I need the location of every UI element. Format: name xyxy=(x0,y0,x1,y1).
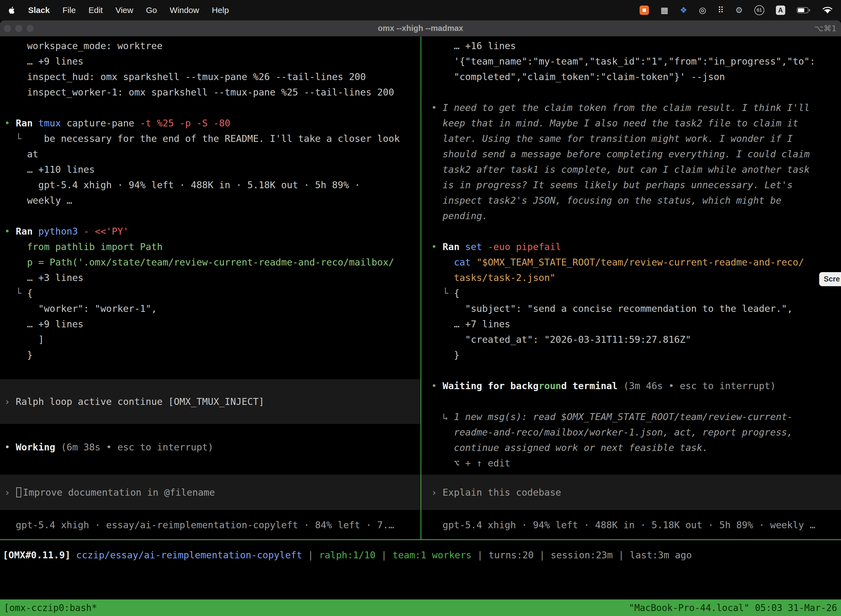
text-segment: … +9 lines xyxy=(4,318,84,330)
input-source-icon[interactable]: A xyxy=(776,6,785,15)
text-segment: • xyxy=(4,441,16,453)
terminal-line: • Ran set -euo pipefail xyxy=(421,239,841,254)
window-title-bar[interactable]: omx --xhigh --madmax ⌥⌘1 xyxy=(0,21,841,37)
text-segment: • xyxy=(431,241,442,252)
prompt-line: › Explain this codebase xyxy=(421,485,561,500)
text-segment: readme-and-reco/mailbox/worker-1.json, a… xyxy=(431,427,793,438)
terminal-line: gpt-5.4 xhigh · essay/ai-reimplementatio… xyxy=(0,517,420,532)
terminal-line: gpt-5.4 xhigh · 94% left · 488K in · 5.1… xyxy=(421,517,841,532)
prompt-band[interactable]: › Explain this codebase xyxy=(421,475,841,510)
text-segment: | xyxy=(613,550,630,560)
text-segment: gpt-5.4 xhigh · 94% left · 488K in · 5.1… xyxy=(4,179,360,191)
text-segment: } xyxy=(4,349,32,361)
terminal-pane-right[interactable]: … +16 lines '{"team_name":"my-team","tas… xyxy=(421,37,841,539)
text-segment: cczip/essay/ai-reimplementation-copyleft xyxy=(76,550,302,560)
text-segment: | xyxy=(375,550,393,560)
terminal-line: … +3 lines xyxy=(0,270,420,285)
terminal-line: readme-and-reco/mailbox/worker-1.json, a… xyxy=(421,424,841,440)
text-segment: … +110 lines xyxy=(4,164,95,175)
terminal-window: omx --xhigh --madmax ⌥⌘1 workspace_mode:… xyxy=(0,21,841,616)
tab-shortcut: ⌥⌘1 xyxy=(814,24,837,33)
terminal-line: • I need to get the claim token from the… xyxy=(421,100,841,115)
tmux-status-bar: [omx-cczip0:bash* "MacBook-Pro-44.local"… xyxy=(0,600,841,616)
menu-bar: Slack File Edit View Go Window Help ▦ ❖ … xyxy=(0,0,841,21)
menu-item-file[interactable]: File xyxy=(62,6,76,15)
blue-app-icon[interactable]: ❖ xyxy=(680,6,687,15)
text-segment: d terminal xyxy=(561,380,623,392)
target-circle-icon[interactable]: ◎ xyxy=(699,6,706,15)
menu-item-go[interactable]: Go xyxy=(146,6,157,15)
menu-item-window[interactable]: Window xyxy=(170,6,199,15)
battery-icon[interactable] xyxy=(797,7,811,13)
terminal-line: "created_at": "2026-03-31T11:59:27.816Z" xyxy=(421,332,841,347)
terminal-line: [OMX#0.11.9] cczip/essay/ai-reimplementa… xyxy=(0,547,841,563)
text-segment: › xyxy=(4,487,16,498)
terminal-line: at xyxy=(0,146,420,162)
text-segment: roun xyxy=(539,380,561,392)
close-button[interactable] xyxy=(4,25,11,32)
text-segment: { xyxy=(454,287,459,299)
text-segment: from pathlib import Path xyxy=(4,241,163,252)
terminal-line: "worker": "worker-1", xyxy=(0,301,420,316)
window-title: omx --xhigh --madmax xyxy=(378,24,463,33)
terminal-line: } xyxy=(421,347,841,363)
omx-status-line: [OMX#0.11.9] cczip/essay/ai-reimplementa… xyxy=(0,540,841,563)
terminal-line: from pathlib import Path xyxy=(0,239,420,254)
blank-line xyxy=(0,100,420,115)
menu-item-edit[interactable]: Edit xyxy=(89,6,103,15)
terminal-line: • Working (6m 38s • esc to interrupt) xyxy=(0,439,420,455)
text-segment: set xyxy=(465,241,488,252)
menu-item-help[interactable]: Help xyxy=(212,6,229,15)
screen-recording-icon[interactable] xyxy=(640,6,649,15)
text-segment: … +9 lines xyxy=(4,56,84,67)
menu-bar-left: Slack File Edit View Go Window Help xyxy=(8,6,229,15)
zoom-button[interactable] xyxy=(26,25,34,32)
gear-icon[interactable]: ⚙ xyxy=(736,6,743,15)
menu-item-view[interactable]: View xyxy=(115,6,133,15)
prompt-line: › Ralph loop active continue [OMX_TMUX_I… xyxy=(0,394,264,409)
dots-grid-icon[interactable]: ⠿ xyxy=(718,6,724,15)
terminal-line: • Ran python3 - <<'PY' xyxy=(0,224,420,239)
wifi-icon[interactable] xyxy=(822,6,833,14)
text-segment: turns:20 xyxy=(488,550,533,560)
text-segment: • xyxy=(431,102,442,113)
text-segment: • xyxy=(4,226,16,237)
text-segment: keep that in mind. Maybe I also need the… xyxy=(431,117,799,129)
text-segment: capture-pane xyxy=(66,117,140,129)
text-segment: └ xyxy=(4,287,27,299)
prompt-band[interactable]: › Improve documentation in @filename xyxy=(0,475,420,510)
text-segment: Ralph loop active continue [OMX_TMUX_INJ… xyxy=(16,396,264,407)
text-segment: 1 new msg(s): read $OMX_TEAM_STATE_ROOT/… xyxy=(454,411,793,422)
menu-app-name[interactable]: Slack xyxy=(28,6,50,15)
stop-square-icon xyxy=(643,9,646,12)
prompt-band[interactable]: › Ralph loop active continue [OMX_TMUX_I… xyxy=(0,379,420,424)
text-segment: } xyxy=(431,349,459,361)
terminal-line: … +9 lines xyxy=(0,316,420,332)
text-segment: Waiting for backg xyxy=(442,380,539,392)
bottom-spacer xyxy=(0,563,841,600)
terminal-line: … +7 lines xyxy=(421,316,841,332)
text-segment: inspect_worker-1: omx sparkshell --tmux-… xyxy=(4,87,394,98)
terminal-pane-left[interactable]: workspace_mode: worktree … +9 lines insp… xyxy=(0,37,420,539)
blank-line xyxy=(421,393,841,409)
badge-61-icon[interactable]: 61 xyxy=(755,5,764,15)
text-segment: later. Using the same for transition mig… xyxy=(431,133,793,144)
apple-menu-icon[interactable] xyxy=(8,6,15,14)
grid-icon[interactable]: ▦ xyxy=(661,6,668,15)
terminal-line: continue assigned work or next feasible … xyxy=(421,440,841,455)
text-segment: └ xyxy=(4,133,21,144)
text-segment: inspect task2's JSON, focusing on the st… xyxy=(431,195,781,206)
text-segment: -euo pipefail xyxy=(488,241,561,252)
text-segment: (6m 38s • esc to interrupt) xyxy=(61,441,214,453)
text-segment: I need to get the claim token from the c… xyxy=(442,102,810,113)
text-segment: | xyxy=(302,550,319,560)
terminal-line: pending. xyxy=(421,208,841,224)
text-segment: "completed","claim_token":"claim-token"}… xyxy=(431,71,725,82)
text-segment: at xyxy=(4,148,38,160)
minimize-button[interactable] xyxy=(15,25,22,32)
terminal-line: later. Using the same for transition mig… xyxy=(421,131,841,146)
text-segment: ] xyxy=(4,334,44,345)
terminal-line: weekly … xyxy=(0,193,420,208)
text-segment: gpt-5.4 xhigh · essay/ai-reimplementatio… xyxy=(4,519,394,531)
blank-line xyxy=(0,424,420,439)
